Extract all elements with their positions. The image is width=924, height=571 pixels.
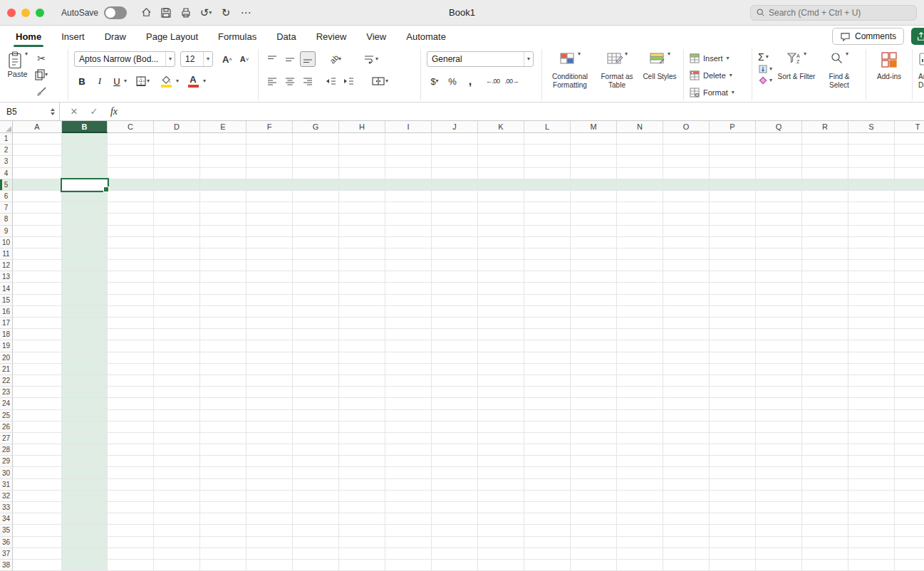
cell[interactable] [339,410,385,421]
cell[interactable] [663,248,710,260]
cell[interactable] [895,340,924,352]
cell[interactable] [710,271,756,283]
cell[interactable] [62,560,108,571]
cell[interactable] [802,145,848,156]
cell[interactable] [571,340,617,352]
cell[interactable] [108,467,154,478]
cell[interactable] [710,295,756,306]
cell[interactable] [246,329,293,340]
cell[interactable] [802,179,848,191]
cell[interactable] [802,352,848,364]
row-header-4[interactable]: 4 [0,168,13,179]
cell[interactable] [154,479,200,491]
cell[interactable] [663,318,710,329]
cell[interactable] [524,329,571,340]
cell[interactable] [617,364,663,375]
cell[interactable] [617,421,663,433]
cell[interactable] [478,340,524,352]
format-painter-button[interactable] [33,84,49,98]
cell[interactable] [200,537,246,548]
cell[interactable] [848,145,895,156]
cell[interactable] [62,133,108,145]
cell[interactable] [293,191,339,202]
cell[interactable] [895,202,924,214]
cell[interactable] [339,352,385,364]
cell[interactable] [524,214,571,225]
cell[interactable] [663,340,710,352]
cell[interactable] [108,133,154,145]
cell[interactable] [895,283,924,294]
cell[interactable] [617,537,663,548]
cell[interactable] [663,387,710,398]
cell[interactable] [478,444,524,456]
cell[interactable] [895,421,924,433]
cell[interactable] [571,202,617,214]
cell[interactable] [663,352,710,364]
cell[interactable] [432,168,478,179]
cell[interactable] [432,271,478,283]
cell[interactable] [339,433,385,444]
cell[interactable] [62,295,108,306]
cell[interactable] [108,433,154,444]
cell[interactable] [154,525,200,536]
cell[interactable] [13,271,62,283]
cell[interactable] [802,525,848,536]
cell[interactable] [571,537,617,548]
cell[interactable] [200,133,246,145]
cell[interactable] [478,168,524,179]
cell[interactable] [848,525,895,536]
cell[interactable] [293,226,339,237]
cell[interactable] [339,513,385,525]
row-header-37[interactable]: 37 [0,548,13,560]
cell[interactable] [385,271,432,283]
increase-decimal-button[interactable]: ←.00 [484,73,502,89]
cell[interactable] [524,283,571,294]
cell[interactable] [432,444,478,456]
cell[interactable] [432,410,478,421]
cell[interactable] [200,248,246,260]
column-header-I[interactable]: I [385,121,432,133]
cell[interactable] [478,202,524,214]
cell[interactable] [154,145,200,156]
cell[interactable] [848,226,895,237]
cell[interactable] [617,491,663,502]
cell[interactable] [200,491,246,502]
cell[interactable] [524,168,571,179]
cell[interactable] [62,525,108,536]
cell[interactable] [478,364,524,375]
cell[interactable] [108,191,154,202]
row-header-24[interactable]: 24 [0,398,13,409]
cell[interactable] [663,179,710,191]
cell[interactable] [663,283,710,294]
cell[interactable] [385,237,432,248]
cell[interactable] [756,560,802,571]
cell[interactable] [802,433,848,444]
cell[interactable] [895,260,924,271]
cell[interactable] [756,502,802,513]
cell[interactable] [895,248,924,260]
cell[interactable] [710,318,756,329]
cell[interactable] [571,502,617,513]
cell[interactable] [108,548,154,560]
cell[interactable] [293,295,339,306]
cell[interactable] [62,398,108,409]
cell[interactable] [756,329,802,340]
cell[interactable] [385,202,432,214]
cell[interactable] [385,410,432,421]
cell[interactable] [13,548,62,560]
cell[interactable] [432,133,478,145]
cell[interactable] [802,491,848,502]
cell[interactable] [524,560,571,571]
cell[interactable] [154,433,200,444]
active-cell[interactable] [62,179,108,191]
cell[interactable] [478,491,524,502]
cell[interactable] [848,433,895,444]
cell[interactable] [293,525,339,536]
cell[interactable] [432,421,478,433]
tab-draw[interactable]: Draw [95,26,136,47]
cell[interactable] [524,502,571,513]
cell[interactable] [710,191,756,202]
cell[interactable] [663,421,710,433]
cell[interactable] [200,525,246,536]
cell[interactable] [200,502,246,513]
